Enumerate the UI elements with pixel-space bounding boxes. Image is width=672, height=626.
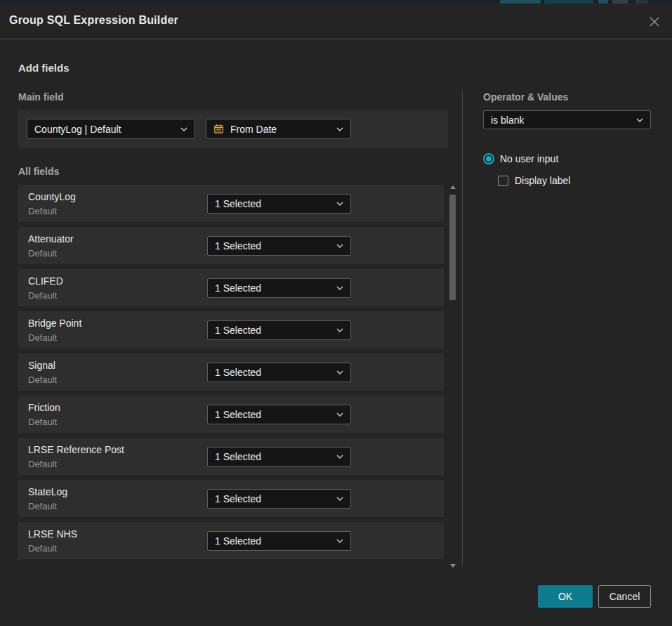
scrollbar-thumb[interactable] <box>449 195 456 300</box>
close-icon <box>649 16 660 27</box>
field-subtitle: Default <box>28 248 57 259</box>
field-name: Attenuator <box>28 233 74 244</box>
chevron-down-icon <box>636 118 643 122</box>
chevron-down-icon <box>336 127 343 131</box>
field-subtitle: Default <box>28 206 57 216</box>
field-subtitle: Default <box>28 543 57 554</box>
field-row: Attenuator Default 1 Selected <box>18 227 444 264</box>
field-selection-dropdown[interactable]: 1 Selected <box>207 447 351 467</box>
main-field-panel: CountyLog | Default From Date <box>18 110 448 148</box>
scroll-up-icon[interactable] <box>450 185 456 189</box>
field-subtitle: Default <box>28 332 57 343</box>
field-selection-value: 1 Selected <box>215 325 336 336</box>
field-row: Friction Default 1 Selected <box>18 396 444 433</box>
field-row: CLIFED Default 1 Selected <box>18 269 444 306</box>
all-fields-label: All fields <box>18 166 59 177</box>
checkbox-unchecked-icon <box>498 176 508 186</box>
field-name: Signal <box>28 360 55 371</box>
field-dropdown-value: From Date <box>230 124 336 135</box>
list-scrollbar[interactable] <box>448 181 457 569</box>
field-selection-value: 1 Selected <box>215 535 336 547</box>
no-user-input-radio[interactable]: No user input <box>483 153 558 164</box>
field-selection-value: 1 Selected <box>215 493 336 504</box>
field-dropdown[interactable]: From Date <box>206 119 351 139</box>
no-user-input-label: No user input <box>500 153 558 164</box>
field-subtitle: Default <box>28 459 57 469</box>
group-sql-expression-builder-dialog: Group SQL Expression Builder Add fields … <box>0 4 672 626</box>
field-selection-value: 1 Selected <box>215 451 336 462</box>
field-selection-dropdown[interactable]: 1 Selected <box>207 489 351 509</box>
all-fields-list: CountyLog Default 1 Selected Attenuator … <box>18 185 444 564</box>
field-selection-dropdown[interactable]: 1 Selected <box>207 531 351 551</box>
operator-dropdown[interactable]: is blank <box>483 110 651 129</box>
display-label-checkbox[interactable]: Display label <box>498 175 570 186</box>
scroll-down-icon[interactable] <box>450 564 456 568</box>
field-name: Friction <box>28 402 60 413</box>
chevron-down-icon <box>336 370 343 374</box>
chevron-down-icon <box>336 455 343 459</box>
chevron-down-icon <box>336 539 343 543</box>
screen: Group SQL Expression Builder Add fields … <box>0 0 672 626</box>
dialog-title: Group SQL Expression Builder <box>9 14 178 27</box>
field-subtitle: Default <box>28 501 57 511</box>
close-button[interactable] <box>644 11 665 32</box>
field-row: Bridge Point Default 1 Selected <box>18 311 444 348</box>
field-row: CountyLog Default 1 Selected <box>18 185 444 222</box>
chevron-down-icon <box>336 202 343 206</box>
calendar-icon <box>213 124 224 134</box>
field-row: Signal Default 1 Selected <box>18 353 444 391</box>
field-name: LRSE Reference Post <box>28 444 124 455</box>
field-subtitle: Default <box>28 374 57 385</box>
field-row: LRSE NHS Default 1 Selected <box>18 522 444 559</box>
field-name: Bridge Point <box>28 318 81 329</box>
dialog-header: Group SQL Expression Builder <box>0 4 672 39</box>
field-selection-dropdown[interactable]: 1 Selected <box>207 236 351 256</box>
field-selection-value: 1 Selected <box>215 282 336 294</box>
panel-divider <box>462 90 463 566</box>
layer-dropdown[interactable]: CountyLog | Default <box>27 119 195 139</box>
operator-values-label: Operator & Values <box>483 91 568 103</box>
main-field-label: Main field <box>18 91 64 103</box>
field-selection-dropdown[interactable]: 1 Selected <box>207 363 351 382</box>
field-selection-dropdown[interactable]: 1 Selected <box>207 320 351 340</box>
add-fields-heading: Add fields <box>18 62 70 74</box>
cancel-button[interactable]: Cancel <box>598 585 651 608</box>
chevron-down-icon <box>336 412 343 417</box>
field-row: StateLog Default 1 Selected <box>18 480 444 517</box>
field-subtitle: Default <box>28 290 57 301</box>
field-name: StateLog <box>28 486 67 497</box>
chevron-down-icon <box>180 127 187 131</box>
chevron-down-icon <box>336 244 343 248</box>
radio-selected-icon <box>483 153 494 164</box>
display-label-text: Display label <box>515 175 570 186</box>
chevron-down-icon <box>336 328 343 332</box>
field-subtitle: Default <box>28 417 57 427</box>
field-name: CLIFED <box>28 275 63 287</box>
chevron-down-icon <box>336 497 343 501</box>
field-selection-value: 1 Selected <box>215 198 336 209</box>
field-selection-dropdown[interactable]: 1 Selected <box>207 194 351 214</box>
layer-dropdown-value: CountyLog | Default <box>34 124 180 135</box>
field-selection-value: 1 Selected <box>215 409 336 420</box>
field-name: CountyLog <box>28 191 76 202</box>
field-selection-dropdown[interactable]: 1 Selected <box>207 405 351 424</box>
field-selection-value: 1 Selected <box>215 367 336 378</box>
field-row: LRSE Reference Post Default 1 Selected <box>18 438 444 475</box>
operator-dropdown-value: is blank <box>491 115 636 126</box>
chevron-down-icon <box>336 286 343 290</box>
field-name: LRSE NHS <box>28 528 77 540</box>
field-selection-dropdown[interactable]: 1 Selected <box>207 278 351 298</box>
field-selection-value: 1 Selected <box>215 240 336 252</box>
ok-button[interactable]: OK <box>538 585 593 608</box>
